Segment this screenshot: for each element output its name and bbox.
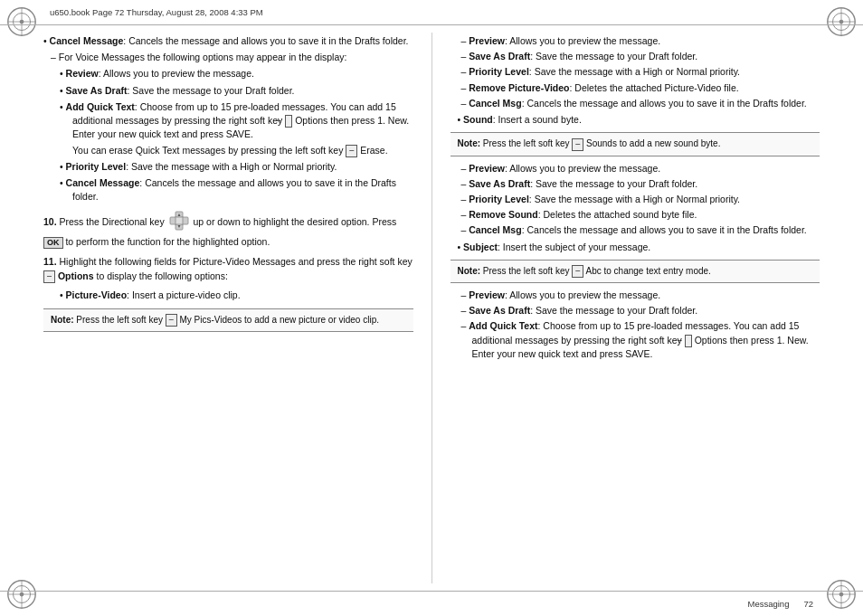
sound-item: Sound: Insert a sound byte. [458, 113, 820, 127]
step-10-text2: up or down to highlight the desired opti… [194, 217, 397, 228]
note-1: Note: Press the left soft key – My Pics-… [43, 308, 413, 332]
erase-btn-inline: – [346, 145, 357, 157]
add-quick-text-item-r3: Add Quick Text: Choose from up to 15 pre… [458, 319, 820, 361]
options-btn-r3: – [685, 335, 692, 347]
add-quick-text-item: Add Quick Text: Choose from up to 15 pre… [60, 100, 413, 142]
preview-item-r2: Preview: Allows you to preview the messa… [458, 162, 820, 175]
page-header: u650.book Page 72 Thursday, August 28, 2… [0, 0, 863, 25]
voice-options-list: Review: Allows you to preview the messag… [43, 67, 413, 204]
remove-sound-item: Remove Sound: Deletes the attached sound… [458, 208, 820, 222]
save-as-draft-item-r3: Save As Draft: Save the message to your … [458, 304, 820, 317]
note2-btn: – [572, 138, 583, 151]
save-as-draft-item-r: Save As Draft: Save the message to your … [458, 50, 820, 63]
priority-level-item-r: Priority Level: Save the message with a … [458, 65, 820, 79]
erase-quick-text: You can erase Quick Text messages by pre… [60, 144, 413, 157]
note3-btn: – [572, 265, 583, 278]
remove-picture-video-item: Remove Picture-Video: Deletes the attach… [458, 81, 820, 95]
page-container: u650.book Page 72 Thursday, August 28, 2… [0, 0, 863, 616]
review-item: Review: Allows you to preview the messag… [60, 67, 413, 81]
save-as-draft-item-r2: Save As Draft: Save the message to your … [458, 177, 820, 191]
note-2-text: Note: Press the left soft key – Sounds t… [458, 138, 721, 148]
step-10-number: 10. [43, 217, 57, 228]
sound-bullet-section: Sound: Insert a sound byte. [450, 113, 820, 127]
note-3-text: Note: Press the left soft key – Abc to c… [458, 266, 711, 276]
svg-rect-24 [175, 217, 183, 224]
step-11-text: Highlight the following fields for Pictu… [43, 256, 413, 281]
dash-intro: – For Voice Messages the following optio… [51, 52, 346, 62]
options-btn-inline: – [285, 115, 292, 128]
preview-item-r: Preview: Allows you to preview the messa… [458, 34, 820, 48]
step-11: 11. Highlight the following fields for P… [43, 255, 413, 284]
step-10: 10. Press the Directional key up or down [43, 211, 413, 250]
footer-section-label: Messaging [747, 599, 789, 609]
step-11-number: 11. [43, 256, 57, 267]
cancel-message-bold: Cancel Message [50, 35, 124, 46]
left-column: Cancel Message: Cancels the message and … [43, 27, 413, 589]
preview-item-r3: Preview: Allows you to preview the messa… [458, 289, 820, 302]
cancel-message-text: : Cancels the message and allows you to … [123, 35, 408, 46]
cancel-msg-item-r: Cancel Msg: Cancels the message and allo… [458, 97, 820, 110]
header-text: u650.book Page 72 Thursday, August 28, 2… [50, 7, 263, 17]
right-sub-items-3: Preview: Allows you to preview the messa… [450, 289, 820, 361]
priority-level-item: Priority Level: Save the message with a … [60, 160, 413, 174]
picture-video-item: Picture-Video: Insert a picture-video cl… [60, 289, 413, 302]
right-sub-items-2: Preview: Allows you to preview the messa… [450, 162, 820, 238]
note1-btn: – [166, 314, 177, 327]
note-1-text: Note: Press the left soft key – My Pics-… [51, 315, 379, 325]
note-3: Note: Press the left soft key – Abc to c… [450, 260, 820, 283]
subject-bullet-section: Subject: Insert the subject of your mess… [450, 241, 820, 254]
cancel-message-item-2: Cancel Message: Cancels the message and … [60, 176, 413, 204]
dpad-icon [169, 211, 189, 235]
cancel-message-item: Cancel Message: Cancels the message and … [43, 34, 413, 48]
options-btn-step11: – [43, 270, 55, 283]
column-divider [432, 33, 432, 583]
picture-video-options: Picture-Video: Insert a picture-video cl… [43, 289, 413, 302]
note-2: Note: Press the left soft key – Sounds t… [450, 132, 820, 156]
subject-item: Subject: Insert the subject of your mess… [458, 241, 820, 254]
step-10-text: Press the Directional key [60, 217, 167, 228]
priority-level-item-r2: Priority Level: Save the message with a … [458, 193, 820, 206]
ok-btn: OK [43, 237, 63, 250]
page-footer: Messaging 72 [0, 591, 863, 616]
main-content: Cancel Message: Cancels the message and … [43, 27, 820, 589]
right-column: Preview: Allows you to preview the messa… [450, 27, 820, 589]
footer-page-number: 72 [803, 599, 813, 609]
voice-messages-intro: – For Voice Messages the following optio… [43, 51, 413, 64]
cancel-msg-item-r2: Cancel Msg: Cancels the message and allo… [458, 223, 820, 237]
step-10-text3: to perform the function for the highligh… [65, 236, 270, 247]
save-as-draft-item: Save As Draft: Save the message to your … [60, 84, 413, 98]
right-sub-items-1: Preview: Allows you to preview the messa… [450, 34, 820, 110]
